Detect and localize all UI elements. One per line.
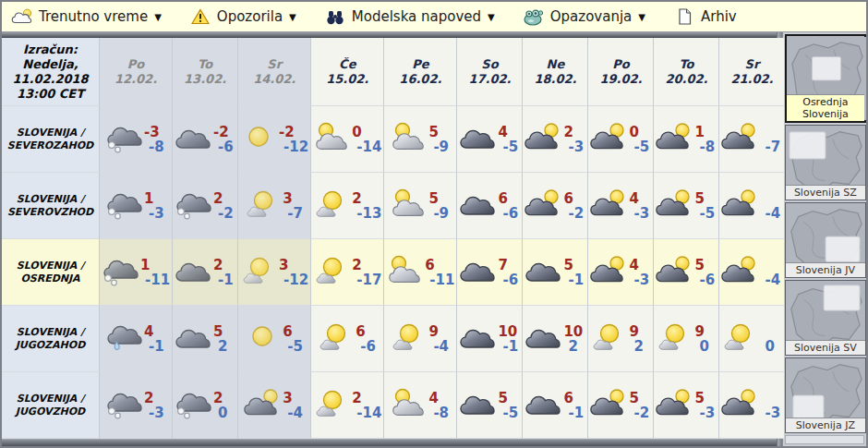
min-temp: -12 — [279, 272, 308, 287]
min-temp: -5 — [283, 339, 305, 354]
forecast-cell: 6-6 — [311, 306, 384, 372]
min-temp: -6 — [213, 139, 235, 154]
region-label: SLOVENIJA /SEVEROZAHOD — [2, 106, 100, 173]
map-thumb-label: Slovenija JZ — [786, 418, 865, 432]
forecast-cell: 2-13 — [311, 173, 384, 239]
min-temp: -7 — [760, 139, 782, 154]
map-thumb-slovenija-sz[interactable]: Slovenija SZ — [785, 125, 866, 200]
min-temp: -3 — [760, 406, 782, 420]
map-thumb-slovenija-jv[interactable]: Slovenija JV — [785, 202, 866, 278]
min-temp: -3 — [629, 206, 651, 221]
binoculars-icon — [324, 6, 346, 27]
min-temp: -5 — [498, 139, 520, 154]
chevron-down-icon: ▼ — [638, 12, 645, 22]
min-temp: -3 — [563, 139, 585, 154]
partly-cloudy-icon — [313, 122, 350, 157]
max-temp: 4 — [144, 324, 166, 339]
mostly-cloudy-icon — [656, 122, 693, 157]
forecast-cell: 0-5 — [588, 106, 654, 173]
min-temp: -7 — [283, 206, 305, 221]
max-temp — [760, 125, 782, 139]
mostly-sunny-icon — [313, 188, 350, 224]
max-temp: 5 — [694, 391, 717, 406]
map-thumb-slovenija-sv[interactable]: Slovenija SV — [785, 280, 866, 356]
menu-opazovanja[interactable]: Opazovanja ▼ — [523, 6, 645, 27]
min-temp: -17 — [352, 272, 381, 287]
chevron-down-icon: ▼ — [154, 12, 162, 22]
min-temp: 2 — [213, 339, 235, 354]
mostly-cloudy-icon — [721, 255, 758, 290]
forecast-cell: 2-14 — [311, 372, 384, 439]
forecast-cell: -7 — [719, 106, 785, 173]
min-temp: -4 — [760, 206, 782, 221]
mostly-cloudy-icon — [590, 188, 627, 224]
min-temp: 2 — [563, 339, 585, 354]
forecast-cell: 6-5 — [238, 306, 311, 372]
day-column-header: Sr14.02. — [238, 38, 311, 106]
max-temp: 9 — [629, 324, 651, 339]
horizontal-scrollbar[interactable] — [2, 439, 777, 446]
forecast-cell: -3 — [719, 372, 785, 439]
cloud-icon — [524, 388, 561, 423]
forecast-cell: -4 — [719, 239, 785, 306]
snow-icon — [105, 388, 142, 423]
map-thumb-slovenija-jz[interactable]: Slovenija JZ — [785, 357, 866, 433]
forecast-cell: -2-6 — [173, 106, 238, 173]
snow-icon — [105, 122, 142, 157]
forecast-cell: 0 — [719, 306, 785, 372]
cloud-icon — [175, 122, 211, 157]
mostly-cloudy-icon — [721, 388, 758, 423]
min-temp: -3 — [144, 206, 166, 221]
cloud-icon — [459, 122, 496, 157]
max-temp: 0 — [629, 125, 651, 139]
observations-icon — [523, 6, 545, 27]
day-column-header: Ne18.02. — [523, 38, 588, 106]
partly-cloudy-icon — [386, 255, 423, 290]
region-label: SLOVENIJA /OSREDNJA — [2, 239, 100, 306]
menu-arhiv[interactable]: Arhiv — [673, 6, 737, 27]
forecast-cell: 4-5 — [457, 106, 523, 173]
menu-opozorila[interactable]: Opozorila ▼ — [189, 6, 296, 27]
toolbar: Trenutno vreme ▼ Opozorila ▼ Modelska na… — [2, 2, 866, 32]
max-temp: 4 — [629, 191, 651, 206]
max-temp: 1 — [144, 191, 166, 206]
max-temp — [760, 191, 782, 206]
max-temp: -2 — [279, 125, 308, 139]
max-temp: 5 — [428, 125, 451, 139]
cloud-icon — [459, 321, 496, 357]
map-thumb-osrednja-slovenija[interactable]: Osrednja Slovenija — [785, 34, 866, 123]
menu-label: Modelska napoved — [352, 8, 481, 25]
mostly-cloudy-icon — [524, 188, 561, 224]
app-window: Trenutno vreme ▼ Opozorila ▼ Modelska na… — [0, 0, 868, 448]
day-column-header: So17.02. — [457, 38, 523, 106]
min-temp: -6 — [498, 206, 520, 221]
menu-trenutno-vreme[interactable]: Trenutno vreme ▼ — [11, 6, 162, 27]
forecast-cell: 3-12 — [238, 239, 311, 306]
menu-modelska-napoved[interactable]: Modelska napoved ▼ — [324, 6, 495, 27]
max-temp: 2 — [352, 391, 381, 406]
min-temp: -6 — [498, 272, 520, 287]
max-temp: 6 — [425, 258, 454, 272]
min-temp: -4 — [283, 406, 305, 420]
cloud-icon — [459, 388, 496, 423]
min-temp: -5 — [498, 406, 520, 420]
max-temp: 6 — [356, 324, 378, 339]
document-icon — [673, 6, 695, 27]
max-temp: 3 — [279, 258, 308, 272]
mostly-cloudy-icon — [590, 255, 627, 290]
max-temp: 5 — [694, 258, 717, 272]
max-temp: 2 — [352, 258, 381, 272]
forecast-cell: 2-1 — [173, 239, 238, 306]
min-temp: -8 — [144, 139, 166, 154]
max-temp: -3 — [144, 125, 166, 139]
forecast-cell: 4-3 — [588, 239, 654, 306]
min-temp: -12 — [279, 139, 308, 154]
warning-icon — [189, 6, 211, 27]
map-thumb-label: Slovenija SZ — [786, 185, 865, 200]
max-temp: 2 — [213, 258, 235, 272]
forecast-cell: 6-2 — [523, 173, 588, 239]
day-column-header: Sr21.02. — [719, 38, 785, 106]
menu-label: Arhiv — [701, 8, 737, 25]
mostly-cloudy-icon — [656, 188, 693, 224]
cloud-icon — [175, 255, 211, 290]
